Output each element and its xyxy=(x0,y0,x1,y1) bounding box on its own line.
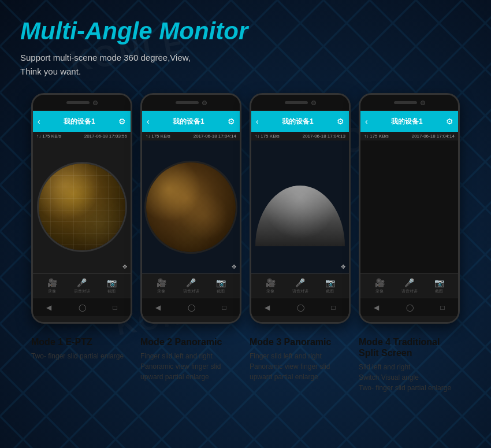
mode-card-4: Mode 4 Traditional Split Screen Slid lef… xyxy=(359,336,460,393)
phone-bottom-2: 🎥 录像 🎤 语音对讲 📷 截图 xyxy=(142,273,240,298)
phone-3: ‹ 我的设备1 ⚙ ↑↓ 175 KB/s 2017-06-18 17:04:1… xyxy=(250,93,351,324)
mode-desc-4: Slid left and right Switch Visual angle … xyxy=(359,362,460,393)
phone-status-3: ↑↓ 175 KB/s 2017-06-18 17:04:13 xyxy=(251,132,349,140)
back-icon-3: ‹ xyxy=(256,117,259,126)
audio-btn-3[interactable]: 🎤 语音对讲 xyxy=(292,278,308,294)
nav-recent-4[interactable]: □ xyxy=(440,303,444,312)
fisheye-2 xyxy=(146,162,236,252)
phone-top-bar-3 xyxy=(251,95,349,111)
phone-1: ‹ 我的设备1 ⚙ ↑↓ 175 KB/s 2017-06-18 17:03:5… xyxy=(31,93,132,324)
phone-camera-4 xyxy=(421,101,425,105)
phone-camera xyxy=(93,101,98,105)
mode-card-1: Mode 1 E-PTZ Two- finger slid partial en… xyxy=(31,336,132,393)
phone-nav-2: ◀ ◯ □ xyxy=(142,298,240,316)
audio-btn-4[interactable]: 🎤 语音对讲 xyxy=(401,278,418,294)
mode-title-3: Mode 3 Panoramic xyxy=(250,336,351,347)
page-title: Multi-Angle Monitor xyxy=(20,17,471,45)
nav-back-2[interactable]: ◀ xyxy=(155,303,161,312)
mode-card-2: Mode 2 Panoramic Finger slid left and ri… xyxy=(140,336,241,393)
phone-status-2: ↑↓ 175 KB/s 2017-06-18 17:04:14 xyxy=(142,132,240,140)
fullscreen-icon-1: ✥ xyxy=(122,264,127,270)
phone-screen-4 xyxy=(360,140,458,273)
phone-top-bar-4 xyxy=(360,95,458,111)
mode-card-3: Mode 3 Panoramic Finger slid left and ri… xyxy=(250,336,351,393)
phone-nav-4: ◀ ◯ □ xyxy=(360,298,458,316)
phone-speaker-3 xyxy=(285,101,308,104)
subtitle: Support multi-scene mode 360 degree,View… xyxy=(20,51,471,79)
settings-icon-2: ⚙ xyxy=(228,117,235,126)
phone-2: ‹ 我的设备1 ⚙ ↑↓ 175 KB/s 2017-06-18 17:04:1… xyxy=(140,93,241,324)
settings-icon-1: ⚙ xyxy=(118,117,126,126)
mode-desc-3: Finger slid left and right Panoramic vie… xyxy=(250,351,351,382)
nav-recent-3[interactable]: □ xyxy=(331,303,335,312)
audio-btn-1[interactable]: 🎤 语音对讲 xyxy=(74,278,90,294)
fisheye-1 xyxy=(39,164,125,250)
phone-speaker xyxy=(66,101,90,104)
page-container: Multi-Angle Monitor Support multi-scene … xyxy=(0,0,491,405)
phone-speaker-2 xyxy=(176,101,199,104)
mode-title-4: Mode 4 Traditional Split Screen xyxy=(359,336,460,358)
phone-header-2: ‹ 我的设备1 ⚙ xyxy=(142,111,240,132)
phone-4: ‹ 我的设备1 ⚙ ↑↓ 175 KB/s 2017-06-18 17:04:1… xyxy=(359,93,460,324)
nav-home-3[interactable]: ◯ xyxy=(297,303,304,312)
phone-title-1: 我的设备1 xyxy=(64,117,95,127)
fullscreen-icon-2: ✥ xyxy=(232,264,236,270)
phone-bottom-4: 🎥 录像 🎤 语音对讲 📷 截图 xyxy=(360,273,458,298)
phone-nav-3: ◀ ◯ □ xyxy=(251,298,349,316)
phone-header-3: ‹ 我的设备1 ⚙ xyxy=(251,111,349,132)
back-icon-1: ‹ xyxy=(38,117,40,126)
phone-camera-2 xyxy=(202,101,207,105)
phone-screen-1: ✥ xyxy=(33,140,131,273)
mode-title-2: Mode 2 Panoramic xyxy=(140,336,241,347)
nav-home-1[interactable]: ◯ xyxy=(79,303,86,312)
phone-nav-1: ◀ ◯ □ xyxy=(33,298,131,316)
phone-status-4: ↑↓ 175 KB/s 2017-06-18 17:04:14 xyxy=(360,132,458,140)
rec-btn-1[interactable]: 🎥 录像 xyxy=(47,278,57,294)
mode-title-1: Mode 1 E-PTZ xyxy=(31,336,132,347)
capture-btn-2[interactable]: 📷 截图 xyxy=(216,278,226,294)
fisheye-3 xyxy=(255,186,345,246)
phone-camera-3 xyxy=(311,101,316,105)
mode-desc-2: Finger slid left and right Panoramic vie… xyxy=(140,351,241,382)
nav-home-2[interactable]: ◯ xyxy=(188,303,195,312)
capture-btn-1[interactable]: 📷 截图 xyxy=(107,278,117,294)
nav-back-4[interactable]: ◀ xyxy=(374,303,379,312)
nav-home-4[interactable]: ◯ xyxy=(406,303,414,312)
phone-screen-2: ✥ xyxy=(142,140,240,273)
nav-back-1[interactable]: ◀ xyxy=(46,303,51,312)
capture-btn-3[interactable]: 📷 截图 xyxy=(325,278,335,294)
rec-btn-4[interactable]: 🎥 录像 xyxy=(375,278,385,294)
phone-bottom-1: 🎥 录像 🎤 语音对讲 📷 截图 xyxy=(33,273,131,298)
audio-btn-2[interactable]: 🎤 语音对讲 xyxy=(183,278,199,294)
phone-bottom-3: 🎥 录像 🎤 语音对讲 📷 截图 xyxy=(251,273,349,298)
phone-screen-3: ✥ xyxy=(251,140,349,273)
rec-btn-2[interactable]: 🎥 录像 xyxy=(157,278,166,294)
modes-row: Mode 1 E-PTZ Two- finger slid partial en… xyxy=(20,336,471,393)
mode-desc-1: Two- finger slid partial enlarge xyxy=(31,351,132,361)
nav-recent-2[interactable]: □ xyxy=(222,303,226,312)
phone-header-1: ‹ 我的设备1 ⚙ xyxy=(33,111,131,132)
phone-speaker-4 xyxy=(394,101,417,104)
phone-header-4: ‹ 我的设备1 ⚙ xyxy=(360,111,458,132)
fullscreen-icon-3: ✥ xyxy=(341,264,345,270)
back-icon-2: ‹ xyxy=(147,117,150,126)
nav-recent-1[interactable]: □ xyxy=(113,303,117,312)
capture-btn-4[interactable]: 📷 截图 xyxy=(434,278,444,294)
phone-title-3: 我的设备1 xyxy=(282,117,314,127)
back-icon-4: ‹ xyxy=(365,117,368,126)
rec-btn-3[interactable]: 🎥 录像 xyxy=(266,278,276,294)
phone-status-1: ↑↓ 175 KB/s 2017-06-18 17:03:56 xyxy=(33,132,131,140)
phones-row: ‹ 我的设备1 ⚙ ↑↓ 175 KB/s 2017-06-18 17:03:5… xyxy=(20,93,471,324)
phone-top-bar-2 xyxy=(142,95,240,111)
nav-back-3[interactable]: ◀ xyxy=(265,303,270,312)
settings-icon-4: ⚙ xyxy=(446,117,453,126)
phone-top-bar-1 xyxy=(33,95,131,111)
settings-icon-3: ⚙ xyxy=(337,117,344,126)
phone-title-4: 我的设备1 xyxy=(391,117,423,127)
phone-title-2: 我的设备1 xyxy=(173,117,204,127)
